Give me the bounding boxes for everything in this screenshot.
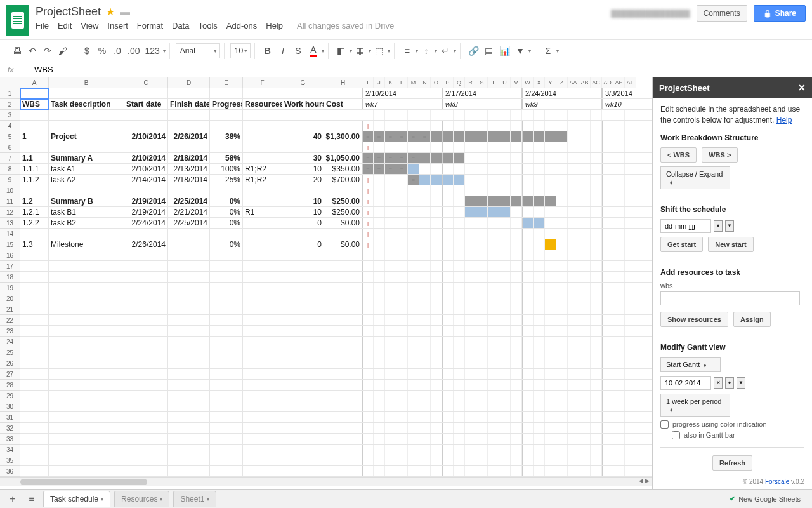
cell[interactable] xyxy=(168,304,210,314)
cell[interactable] xyxy=(124,272,168,282)
merge-cells-icon[interactable]: ⬚ xyxy=(372,43,386,58)
cell[interactable] xyxy=(168,337,210,347)
gantt-week-label[interactable]: wk8 xyxy=(442,99,522,109)
row-header[interactable]: 31 xyxy=(0,412,20,423)
cell[interactable] xyxy=(243,142,282,152)
cell[interactable] xyxy=(168,434,210,444)
cell[interactable] xyxy=(210,229,243,239)
print-icon[interactable]: 🖶 xyxy=(10,43,24,58)
cell[interactable]: 2/10/2014 xyxy=(124,164,168,174)
cell[interactable]: 2/25/2014 xyxy=(168,218,210,228)
cell[interactable] xyxy=(124,293,168,304)
cell[interactable] xyxy=(49,337,124,347)
gantt-date-input[interactable] xyxy=(660,376,711,390)
cell[interactable]: 2/13/2014 xyxy=(168,164,210,174)
menu-file[interactable]: File xyxy=(36,21,49,30)
cell[interactable] xyxy=(210,142,243,152)
column-header[interactable]: R xyxy=(465,77,476,88)
cell[interactable] xyxy=(210,455,243,465)
cell[interactable] xyxy=(210,250,243,260)
cell[interactable] xyxy=(282,283,324,293)
increase-decimal-icon[interactable]: .00 xyxy=(126,43,141,58)
cell[interactable] xyxy=(20,401,49,411)
cell[interactable] xyxy=(20,434,49,444)
cell[interactable] xyxy=(124,423,168,433)
cell[interactable] xyxy=(49,412,124,422)
text-color-icon[interactable]: A xyxy=(306,43,320,58)
cell[interactable] xyxy=(49,293,124,304)
help-link[interactable]: Help xyxy=(776,116,792,124)
wbs-input[interactable] xyxy=(660,291,800,305)
assign-button[interactable]: Assign xyxy=(733,312,771,327)
cell[interactable] xyxy=(282,304,324,314)
show-resources-button[interactable]: Show resources xyxy=(660,312,728,327)
column-header[interactable]: M xyxy=(408,77,419,88)
row-header[interactable]: 34 xyxy=(0,444,20,455)
folder-icon[interactable]: ▬ xyxy=(120,6,130,18)
cell[interactable]: Milestone xyxy=(49,239,124,250)
cell[interactable] xyxy=(282,369,324,379)
row-header[interactable]: 23 xyxy=(0,326,20,337)
cell[interactable] xyxy=(210,326,243,336)
cell[interactable] xyxy=(168,358,210,368)
bold-icon[interactable]: B xyxy=(261,43,275,58)
cell[interactable] xyxy=(124,261,168,271)
cell[interactable] xyxy=(324,444,362,455)
formula-input[interactable] xyxy=(29,63,812,76)
cell[interactable] xyxy=(20,293,49,304)
cell[interactable] xyxy=(20,455,49,465)
cell[interactable] xyxy=(324,337,362,347)
cell[interactable] xyxy=(49,466,124,476)
forscale-link[interactable]: Forscale xyxy=(765,478,789,485)
cell[interactable] xyxy=(20,391,49,401)
cell[interactable]: 2/26/2014 xyxy=(168,131,210,142)
cell[interactable] xyxy=(210,337,243,347)
cell[interactable] xyxy=(210,401,243,411)
column-header[interactable]: S xyxy=(476,77,488,88)
cell[interactable] xyxy=(324,261,362,271)
cell[interactable]: 25% xyxy=(210,175,243,185)
cell[interactable] xyxy=(210,293,243,304)
cell[interactable]: $1,050.00 xyxy=(324,153,362,163)
cell[interactable] xyxy=(168,326,210,336)
cell[interactable]: 0% xyxy=(210,218,243,228)
progress-color-checkbox[interactable] xyxy=(660,420,669,429)
column-header[interactable]: AB xyxy=(579,77,591,88)
cell[interactable] xyxy=(124,304,168,314)
cell[interactable] xyxy=(49,455,124,465)
cell[interactable] xyxy=(243,131,282,142)
cell[interactable] xyxy=(243,229,282,239)
row-header[interactable]: 15 xyxy=(0,239,20,250)
cell[interactable] xyxy=(20,142,49,152)
cell[interactable] xyxy=(282,347,324,358)
cell[interactable] xyxy=(168,283,210,293)
cell[interactable] xyxy=(124,315,168,325)
cell[interactable] xyxy=(243,121,282,131)
cell[interactable] xyxy=(243,326,282,336)
horizontal-scrollbar[interactable]: ◀ ▶ xyxy=(0,477,652,486)
cell[interactable] xyxy=(20,304,49,314)
row-header[interactable]: 29 xyxy=(0,391,20,401)
v-align-icon[interactable]: ↕ xyxy=(419,43,433,58)
cell[interactable]: 100% xyxy=(210,164,243,174)
row-header[interactable]: 30 xyxy=(0,401,20,412)
decrease-decimal-icon[interactable]: .0 xyxy=(110,43,124,58)
menu-data[interactable]: Data xyxy=(172,21,189,30)
cell[interactable] xyxy=(210,315,243,325)
column-header[interactable]: A xyxy=(20,77,49,88)
cell[interactable]: 2/25/2014 xyxy=(168,196,210,206)
cell[interactable] xyxy=(243,315,282,325)
cell[interactable] xyxy=(124,466,168,476)
cell[interactable] xyxy=(168,401,210,411)
row-header[interactable]: 22 xyxy=(0,315,20,326)
cell[interactable] xyxy=(168,185,210,196)
row-header[interactable]: 32 xyxy=(0,423,20,434)
cell[interactable] xyxy=(49,434,124,444)
column-header[interactable]: V xyxy=(511,77,522,88)
cell[interactable] xyxy=(124,444,168,455)
row-header[interactable]: 1 xyxy=(0,88,20,99)
cell[interactable] xyxy=(124,391,168,401)
cell[interactable] xyxy=(49,261,124,271)
cell[interactable] xyxy=(243,444,282,455)
cell[interactable] xyxy=(210,358,243,368)
